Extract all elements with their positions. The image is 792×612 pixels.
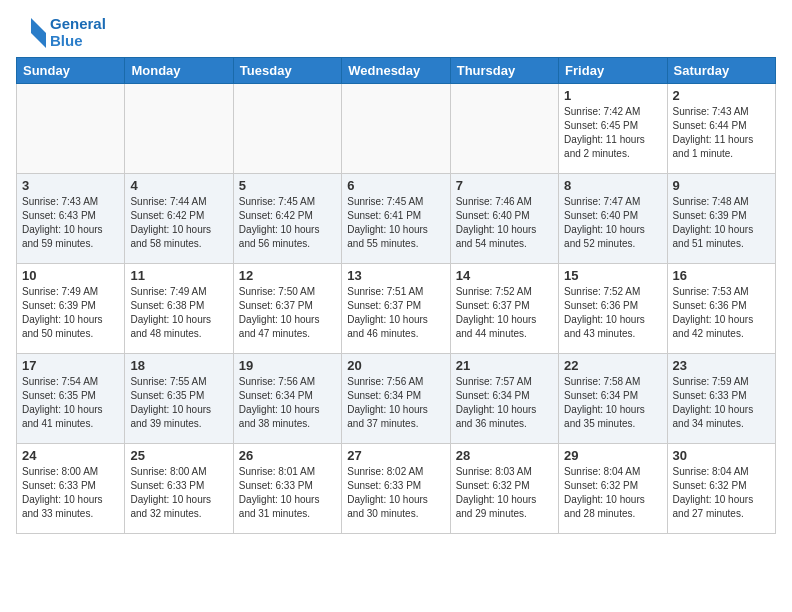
calendar-cell: 17Sunrise: 7:54 AM Sunset: 6:35 PM Dayli… (17, 354, 125, 444)
day-info: Sunrise: 7:54 AM Sunset: 6:35 PM Dayligh… (22, 375, 119, 431)
day-number: 28 (456, 448, 553, 463)
calendar-cell: 25Sunrise: 8:00 AM Sunset: 6:33 PM Dayli… (125, 444, 233, 534)
day-info: Sunrise: 7:49 AM Sunset: 6:38 PM Dayligh… (130, 285, 227, 341)
calendar-cell: 8Sunrise: 7:47 AM Sunset: 6:40 PM Daylig… (559, 174, 667, 264)
calendar-cell: 4Sunrise: 7:44 AM Sunset: 6:42 PM Daylig… (125, 174, 233, 264)
day-number: 29 (564, 448, 661, 463)
day-number: 12 (239, 268, 336, 283)
day-info: Sunrise: 7:43 AM Sunset: 6:44 PM Dayligh… (673, 105, 770, 161)
day-number: 5 (239, 178, 336, 193)
day-info: Sunrise: 7:57 AM Sunset: 6:34 PM Dayligh… (456, 375, 553, 431)
day-info: Sunrise: 8:03 AM Sunset: 6:32 PM Dayligh… (456, 465, 553, 521)
logo-blue: Blue (50, 33, 106, 50)
calendar-cell: 27Sunrise: 8:02 AM Sunset: 6:33 PM Dayli… (342, 444, 450, 534)
svg-marker-0 (31, 18, 46, 33)
day-number: 22 (564, 358, 661, 373)
day-number: 30 (673, 448, 770, 463)
day-info: Sunrise: 7:46 AM Sunset: 6:40 PM Dayligh… (456, 195, 553, 251)
calendar-cell (125, 84, 233, 174)
day-number: 11 (130, 268, 227, 283)
week-row-2: 3Sunrise: 7:43 AM Sunset: 6:43 PM Daylig… (17, 174, 776, 264)
day-number: 8 (564, 178, 661, 193)
day-number: 23 (673, 358, 770, 373)
calendar-cell: 23Sunrise: 7:59 AM Sunset: 6:33 PM Dayli… (667, 354, 775, 444)
day-number: 7 (456, 178, 553, 193)
logo: GeneralBlue (16, 16, 106, 49)
day-info: Sunrise: 7:56 AM Sunset: 6:34 PM Dayligh… (347, 375, 444, 431)
calendar-cell: 19Sunrise: 7:56 AM Sunset: 6:34 PM Dayli… (233, 354, 341, 444)
calendar-cell: 15Sunrise: 7:52 AM Sunset: 6:36 PM Dayli… (559, 264, 667, 354)
day-info: Sunrise: 7:49 AM Sunset: 6:39 PM Dayligh… (22, 285, 119, 341)
calendar-cell: 2Sunrise: 7:43 AM Sunset: 6:44 PM Daylig… (667, 84, 775, 174)
day-info: Sunrise: 7:42 AM Sunset: 6:45 PM Dayligh… (564, 105, 661, 161)
week-row-1: 1Sunrise: 7:42 AM Sunset: 6:45 PM Daylig… (17, 84, 776, 174)
day-info: Sunrise: 8:02 AM Sunset: 6:33 PM Dayligh… (347, 465, 444, 521)
day-number: 19 (239, 358, 336, 373)
calendar-cell: 20Sunrise: 7:56 AM Sunset: 6:34 PM Dayli… (342, 354, 450, 444)
day-number: 4 (130, 178, 227, 193)
weekday-friday: Friday (559, 58, 667, 84)
day-info: Sunrise: 7:52 AM Sunset: 6:37 PM Dayligh… (456, 285, 553, 341)
calendar-cell: 16Sunrise: 7:53 AM Sunset: 6:36 PM Dayli… (667, 264, 775, 354)
week-row-3: 10Sunrise: 7:49 AM Sunset: 6:39 PM Dayli… (17, 264, 776, 354)
calendar-cell: 30Sunrise: 8:04 AM Sunset: 6:32 PM Dayli… (667, 444, 775, 534)
weekday-monday: Monday (125, 58, 233, 84)
day-info: Sunrise: 7:52 AM Sunset: 6:36 PM Dayligh… (564, 285, 661, 341)
day-info: Sunrise: 7:45 AM Sunset: 6:41 PM Dayligh… (347, 195, 444, 251)
day-number: 9 (673, 178, 770, 193)
calendar-cell: 6Sunrise: 7:45 AM Sunset: 6:41 PM Daylig… (342, 174, 450, 264)
page-header: GeneralBlue (16, 16, 776, 49)
weekday-saturday: Saturday (667, 58, 775, 84)
calendar-cell (342, 84, 450, 174)
day-number: 6 (347, 178, 444, 193)
calendar-cell (450, 84, 558, 174)
calendar-cell: 24Sunrise: 8:00 AM Sunset: 6:33 PM Dayli… (17, 444, 125, 534)
day-number: 27 (347, 448, 444, 463)
calendar-cell: 28Sunrise: 8:03 AM Sunset: 6:32 PM Dayli… (450, 444, 558, 534)
calendar-cell: 5Sunrise: 7:45 AM Sunset: 6:42 PM Daylig… (233, 174, 341, 264)
calendar-cell: 12Sunrise: 7:50 AM Sunset: 6:37 PM Dayli… (233, 264, 341, 354)
day-info: Sunrise: 7:51 AM Sunset: 6:37 PM Dayligh… (347, 285, 444, 341)
day-number: 18 (130, 358, 227, 373)
calendar-cell: 1Sunrise: 7:42 AM Sunset: 6:45 PM Daylig… (559, 84, 667, 174)
day-info: Sunrise: 7:59 AM Sunset: 6:33 PM Dayligh… (673, 375, 770, 431)
weekday-tuesday: Tuesday (233, 58, 341, 84)
week-row-5: 24Sunrise: 8:00 AM Sunset: 6:33 PM Dayli… (17, 444, 776, 534)
day-number: 25 (130, 448, 227, 463)
day-number: 26 (239, 448, 336, 463)
calendar-cell: 13Sunrise: 7:51 AM Sunset: 6:37 PM Dayli… (342, 264, 450, 354)
day-number: 2 (673, 88, 770, 103)
day-number: 21 (456, 358, 553, 373)
logo-icon (16, 18, 46, 48)
calendar-cell (17, 84, 125, 174)
calendar-cell: 29Sunrise: 8:04 AM Sunset: 6:32 PM Dayli… (559, 444, 667, 534)
day-info: Sunrise: 8:00 AM Sunset: 6:33 PM Dayligh… (130, 465, 227, 521)
day-info: Sunrise: 7:43 AM Sunset: 6:43 PM Dayligh… (22, 195, 119, 251)
day-info: Sunrise: 7:44 AM Sunset: 6:42 PM Dayligh… (130, 195, 227, 251)
day-number: 20 (347, 358, 444, 373)
day-number: 14 (456, 268, 553, 283)
calendar-cell: 10Sunrise: 7:49 AM Sunset: 6:39 PM Dayli… (17, 264, 125, 354)
calendar-cell: 3Sunrise: 7:43 AM Sunset: 6:43 PM Daylig… (17, 174, 125, 264)
day-info: Sunrise: 8:01 AM Sunset: 6:33 PM Dayligh… (239, 465, 336, 521)
calendar-table: SundayMondayTuesdayWednesdayThursdayFrid… (16, 57, 776, 534)
calendar-cell: 7Sunrise: 7:46 AM Sunset: 6:40 PM Daylig… (450, 174, 558, 264)
day-info: Sunrise: 8:04 AM Sunset: 6:32 PM Dayligh… (564, 465, 661, 521)
day-number: 3 (22, 178, 119, 193)
day-info: Sunrise: 7:55 AM Sunset: 6:35 PM Dayligh… (130, 375, 227, 431)
weekday-thursday: Thursday (450, 58, 558, 84)
weekday-header-row: SundayMondayTuesdayWednesdayThursdayFrid… (17, 58, 776, 84)
day-info: Sunrise: 7:48 AM Sunset: 6:39 PM Dayligh… (673, 195, 770, 251)
calendar-cell (233, 84, 341, 174)
calendar-cell: 22Sunrise: 7:58 AM Sunset: 6:34 PM Dayli… (559, 354, 667, 444)
day-info: Sunrise: 7:50 AM Sunset: 6:37 PM Dayligh… (239, 285, 336, 341)
week-row-4: 17Sunrise: 7:54 AM Sunset: 6:35 PM Dayli… (17, 354, 776, 444)
day-info: Sunrise: 7:47 AM Sunset: 6:40 PM Dayligh… (564, 195, 661, 251)
weekday-wednesday: Wednesday (342, 58, 450, 84)
weekday-sunday: Sunday (17, 58, 125, 84)
day-number: 15 (564, 268, 661, 283)
day-info: Sunrise: 7:53 AM Sunset: 6:36 PM Dayligh… (673, 285, 770, 341)
day-number: 13 (347, 268, 444, 283)
calendar-cell: 21Sunrise: 7:57 AM Sunset: 6:34 PM Dayli… (450, 354, 558, 444)
day-number: 10 (22, 268, 119, 283)
